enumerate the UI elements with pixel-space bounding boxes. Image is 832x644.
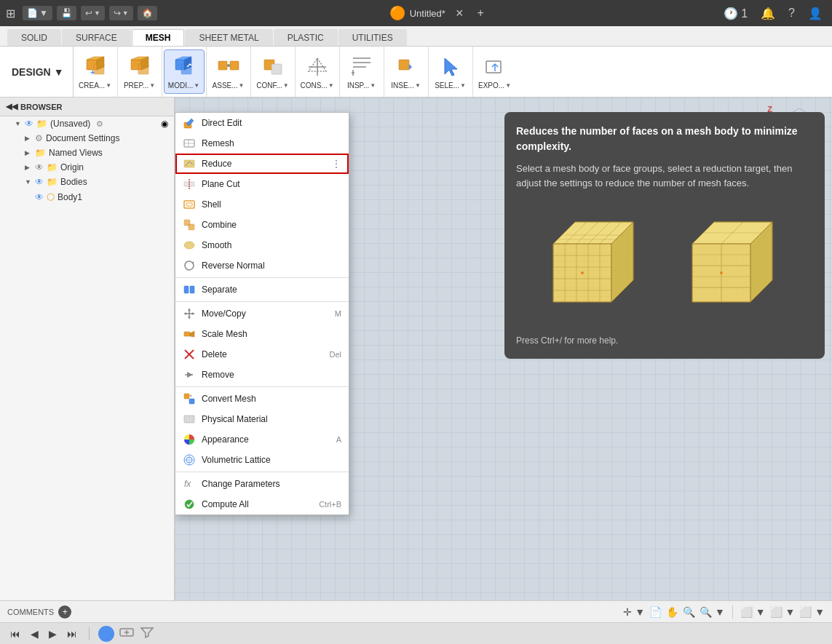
named-views-label: Named Views (49, 148, 103, 158)
assemble-label: ASSE...▼ (213, 82, 245, 90)
menu-item-plane-cut[interactable]: Plane Cut (175, 174, 349, 194)
eye-icon-origin[interactable]: 👁 (35, 162, 44, 172)
nav-next-btn[interactable]: ▶ (46, 627, 60, 641)
tab-surface[interactable]: SURFACE (62, 29, 131, 46)
new-tab-btn[interactable]: + (473, 5, 487, 21)
clock-btn[interactable]: 🕐 1 (720, 5, 751, 22)
svg-text:+: + (90, 68, 95, 76)
grid-view-btn[interactable]: ⬜ ▼ (740, 606, 766, 618)
save-btn[interactable]: 💾 (57, 6, 76, 20)
menu-item-remove[interactable]: Remove (175, 365, 349, 385)
direct-edit-icon (183, 116, 196, 130)
undo-btn[interactable]: ↩ ▼ (81, 6, 105, 20)
svg-rect-36 (186, 203, 192, 206)
redo-btn[interactable]: ↪ ▼ (109, 6, 133, 20)
gear-icon-unsaved[interactable]: ⚙ (96, 119, 103, 129)
insert-tool-btn[interactable]: INSE...▼ (386, 49, 427, 94)
prepare-tool-btn[interactable]: PREP...▼ (119, 49, 160, 94)
eye-icon-unsaved[interactable]: 👁 (25, 119, 33, 129)
sidebar-item-body1[interactable]: 👁 ⬡ Body1 (0, 189, 174, 204)
menu-item-physical-material[interactable]: Physical Material (175, 409, 349, 429)
close-btn[interactable]: × (450, 4, 470, 23)
app-title: Untitled* (410, 8, 445, 19)
svg-rect-8 (230, 61, 239, 70)
profile-btn[interactable]: 👤 (804, 5, 826, 22)
toolbar-group-inspect: INSP...▼ (340, 47, 384, 97)
inspect-tool-btn[interactable]: INSP...▼ (341, 49, 382, 94)
sidebar-item-bodies[interactable]: ▼ 👁 📁 Bodies (0, 175, 174, 189)
tooltip-main-text: Reduces the number of faces on a mesh bo… (516, 124, 813, 154)
menu-item-remesh[interactable]: Remesh (175, 133, 349, 154)
zoom-fit-btn[interactable]: 🔍 ▼ (700, 606, 725, 618)
menu-item-convert-mesh[interactable]: Convert Mesh (175, 389, 349, 409)
compute-all-icon (183, 498, 196, 511)
svg-rect-41 (190, 286, 194, 293)
prepare-icon (127, 54, 153, 80)
home-btn[interactable]: 🏠 (138, 6, 157, 20)
modify-label: MODI...▼ (168, 82, 199, 90)
pan-tool-btn[interactable]: 📄 (649, 606, 662, 618)
menu-item-combine[interactable]: Combine (175, 215, 349, 235)
export-tool-btn[interactable]: EXPO...▼ (475, 49, 515, 94)
view-options-btn[interactable]: ⬜ ▼ (799, 606, 825, 618)
add-comment-btn[interactable]: + (58, 605, 71, 619)
nav-prev-btn[interactable]: ◀ (28, 627, 41, 641)
eye-icon-body1[interactable]: 👁 (35, 192, 44, 202)
file-arrow: ▼ (39, 8, 48, 18)
configure-tool-btn[interactable]: CONF...▼ (253, 49, 293, 94)
tooltip-help-text: Press Ctrl+/ for more help. (516, 334, 813, 347)
select-tool-btn[interactable]: SELE...▼ (430, 49, 471, 94)
help-btn[interactable]: ? (785, 5, 799, 21)
sidebar-item-named-views[interactable]: ▶ 📁 Named Views (0, 146, 174, 160)
create-tool-btn[interactable]: + CREA...▼ (75, 49, 116, 94)
sidebar-item-doc-settings[interactable]: ▶ ⚙ Document Settings (0, 131, 174, 146)
nav-filter-btn[interactable] (139, 624, 155, 643)
folder-icon-origin: 📁 (47, 162, 58, 172)
tab-sheet-metal[interactable]: SHEET METAL (185, 29, 272, 46)
menu-item-move-copy[interactable]: Move/Copy M (175, 303, 349, 324)
hand-tool-btn[interactable]: ✋ (666, 606, 678, 618)
sidebar-header: ◀◀ BROWSER (0, 98, 174, 116)
nav-extra-btn[interactable] (119, 624, 135, 643)
menu-item-shell[interactable]: Shell (175, 194, 349, 215)
eye-icon-bodies[interactable]: 👁 (35, 177, 44, 187)
menu-item-separate[interactable]: Separate (175, 279, 349, 300)
appearance-shortcut: A (336, 435, 341, 444)
move-copy-label: Move/Copy (202, 309, 246, 319)
folder-icon-bodies: 📁 (47, 177, 58, 187)
design-btn[interactable]: DESIGN ▼ (3, 47, 74, 97)
menu-item-direct-edit[interactable]: Direct Edit (175, 113, 349, 133)
nav-first-btn[interactable]: ⏮ (7, 627, 23, 641)
nav-last-btn[interactable]: ⏭ (64, 627, 80, 641)
menu-item-scale-mesh[interactable]: Scale Mesh (175, 324, 349, 344)
notification-btn[interactable]: 🔔 (757, 5, 779, 22)
menu-item-smooth[interactable]: Smooth (175, 235, 349, 255)
zoom-tool-btn[interactable]: 🔍 (683, 606, 695, 618)
file-menu-btn[interactable]: 📄 ▼ (23, 6, 52, 20)
sidebar-item-origin[interactable]: ▶ 👁 📁 Origin (0, 160, 174, 175)
menu-item-appearance[interactable]: Appearance A (175, 429, 349, 450)
move-tool-btn[interactable]: ✛ ▼ (623, 606, 645, 618)
menu-item-reverse-normal[interactable]: Reverse Normal (175, 255, 349, 276)
menu-item-delete[interactable]: Delete Del (175, 344, 349, 365)
tab-utilities[interactable]: UTILITIES (338, 29, 407, 46)
menu-item-reduce[interactable]: Reduce ⋮ (175, 154, 349, 174)
file-icon: 📄 (27, 8, 38, 18)
construct-tool-btn[interactable]: CONS...▼ (297, 49, 338, 94)
menu-item-compute-all[interactable]: Compute All Ctrl+B (175, 494, 349, 514)
convert-mesh-label: Convert Mesh (202, 394, 256, 404)
menu-item-volumetric-lattice[interactable]: Volumetric Lattice (175, 450, 349, 470)
tab-solid[interactable]: SOLID (7, 29, 61, 46)
sidebar-item-unsaved[interactable]: ▼ 👁 📁 (Unsaved) ⚙ ◉ (0, 116, 174, 131)
nav-circle-btn[interactable] (98, 626, 114, 642)
modify-tool-btn[interactable]: MODI...▼ (164, 49, 205, 94)
display-settings-btn[interactable]: ⬜ ▼ (770, 606, 796, 618)
assemble-tool-btn[interactable]: ASSE...▼ (208, 49, 249, 94)
sidebar-collapse-icon[interactable]: ◀◀ (6, 102, 17, 111)
body1-label: Body1 (58, 192, 82, 202)
design-arrow: ▼ (54, 66, 64, 78)
menu-item-change-parameters[interactable]: fx Change Parameters (175, 474, 349, 494)
tab-plastic[interactable]: PLASTIC (274, 29, 338, 46)
tab-mesh[interactable]: MESH (132, 29, 185, 46)
radio-icon-unsaved[interactable]: ◉ (161, 119, 168, 129)
